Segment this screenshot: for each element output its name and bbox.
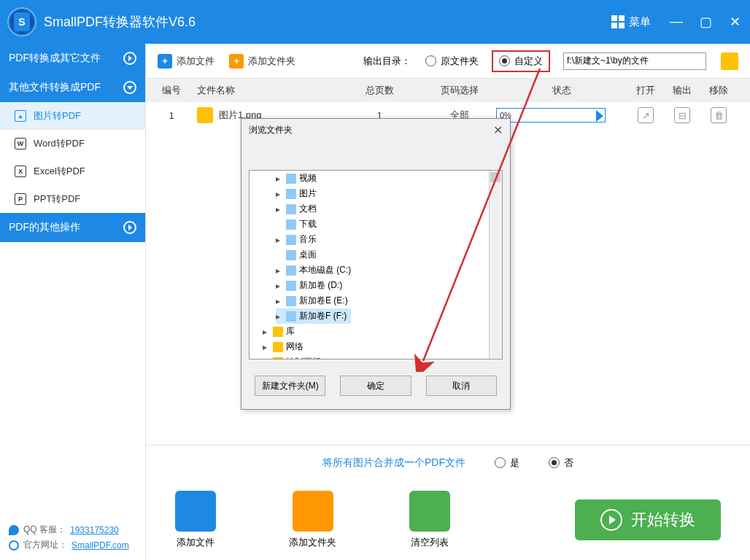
- close-button[interactable]: ✕: [727, 14, 743, 30]
- start-convert-button[interactable]: 开始转换: [575, 499, 721, 540]
- tree-item[interactable]: ▸新加卷 (D:): [276, 278, 351, 293]
- tree-item[interactable]: ▸新加卷F (F:): [276, 308, 351, 324]
- radio-custom[interactable]: 自定义: [492, 50, 550, 72]
- tree-item[interactable]: 桌面: [276, 247, 351, 262]
- scrollbar[interactable]: [489, 171, 502, 359]
- minimize-button[interactable]: ―: [668, 14, 684, 30]
- titlebar: S SmallPDF转换器软件V6.6 菜单 ― ▢ ✕: [0, 0, 750, 44]
- tree-item[interactable]: ▸控制面板: [263, 354, 502, 359]
- radio-icon: [425, 55, 436, 66]
- tree-item[interactable]: ▸音乐: [276, 232, 351, 247]
- play-icon: [596, 110, 603, 122]
- browse-folder-dialog: 浏览文件夹✕ ▸视频▸图片▸文档下载▸音乐桌面▸本地磁盘 (C:)▸新加卷 (D…: [241, 118, 511, 410]
- toolbar: +添加文件 +添加文件夹 输出目录： 原文件夹 自定义: [146, 44, 750, 79]
- add-folder-action[interactable]: 添加文件夹: [289, 491, 336, 549]
- item-label: PPT转PDF: [34, 192, 80, 206]
- add-file-button[interactable]: +添加文件: [158, 54, 214, 69]
- item-label: Excel转PDF: [34, 165, 85, 178]
- merge-bar: 将所有图片合并成一个PDF文件 是 否: [146, 445, 750, 480]
- menu-label: 菜单: [629, 15, 651, 29]
- section-label: PDF的其他操作: [9, 221, 80, 234]
- merge-text: 将所有图片合并成一个PDF文件: [322, 456, 465, 470]
- cancel-button[interactable]: 取消: [426, 376, 497, 396]
- maximize-button[interactable]: ▢: [697, 14, 714, 30]
- app-title: SmallPDF转换器软件V6.6: [44, 13, 611, 31]
- radio-icon: [499, 55, 510, 66]
- radio-icon: [549, 457, 560, 468]
- tree-item[interactable]: ▸本地磁盘 (C:): [276, 262, 351, 278]
- radio-src-folder[interactable]: 原文件夹: [425, 55, 479, 68]
- play-circle-icon: [600, 509, 622, 531]
- app-logo: S: [7, 7, 36, 36]
- plus-icon: +: [158, 54, 172, 69]
- tree-item[interactable]: ▸网络: [263, 339, 502, 354]
- chevron-down-icon: [123, 81, 136, 94]
- merge-no[interactable]: 否: [549, 456, 573, 470]
- plus-icon: +: [229, 54, 244, 69]
- section-other-to-pdf[interactable]: 其他文件转换成PDF: [0, 73, 145, 102]
- tree-item[interactable]: 下载: [276, 217, 351, 232]
- section-label: 其他文件转换成PDF: [9, 81, 101, 94]
- qq-icon: [9, 525, 19, 535]
- menu-grid-icon: [611, 15, 625, 28]
- new-folder-button[interactable]: 新建文件夹(M): [255, 376, 325, 396]
- merge-yes[interactable]: 是: [495, 456, 519, 470]
- menu-button[interactable]: 菜单: [611, 15, 651, 29]
- sidebar-footer: QQ 客服：1933175230 官方网址：SmallPDF.com: [0, 512, 145, 560]
- add-folder-button[interactable]: +添加文件夹: [229, 54, 295, 69]
- tree-item[interactable]: ▸库: [263, 324, 502, 339]
- browse-folder-button[interactable]: [721, 52, 738, 70]
- output-button[interactable]: ⊟: [674, 107, 690, 123]
- chevron-right-icon: [123, 221, 136, 234]
- output-path-input[interactable]: [563, 52, 706, 70]
- folder-icon: [293, 491, 333, 532]
- progress-bar[interactable]: 0%: [496, 108, 606, 122]
- section-pdf-other-ops[interactable]: PDF的其他操作: [0, 213, 145, 242]
- globe-icon: [9, 540, 19, 551]
- image-file-icon: [197, 107, 213, 123]
- site-link[interactable]: SmallPDF.com: [71, 540, 129, 551]
- tree-item[interactable]: ▸文档: [276, 201, 351, 217]
- section-pdf-to-other[interactable]: PDF转换成其它文件: [0, 44, 145, 73]
- qq-link[interactable]: 1933175230: [70, 525, 119, 535]
- tree-item[interactable]: ▸视频: [276, 171, 351, 186]
- sidebar-item-word-to-pdf[interactable]: Word转PDF: [0, 130, 145, 158]
- sidebar-item-ppt-to-pdf[interactable]: PPT转PDF: [0, 185, 145, 213]
- clear-list-action[interactable]: 清空列表: [409, 491, 450, 549]
- item-label: 图片转PDF: [34, 109, 81, 122]
- chevron-right-icon: [123, 52, 136, 65]
- ppt-icon: [15, 193, 26, 205]
- dialog-close-button[interactable]: ✕: [493, 123, 503, 137]
- file-icon: [175, 491, 216, 532]
- ok-button[interactable]: 确定: [340, 376, 411, 396]
- open-button[interactable]: ↗: [638, 107, 654, 123]
- output-dir-label: 输出目录：: [363, 55, 411, 68]
- broom-icon: [409, 491, 450, 532]
- image-icon: [15, 110, 26, 122]
- add-file-action[interactable]: 添加文件: [175, 491, 216, 549]
- tree-item[interactable]: ▸新加卷E (E:): [276, 293, 351, 308]
- section-label: PDF转换成其它文件: [9, 52, 101, 65]
- item-label: Word转PDF: [34, 137, 85, 150]
- dialog-title: 浏览文件夹: [249, 124, 293, 136]
- delete-button[interactable]: 🗑: [711, 107, 727, 123]
- sidebar: PDF转换成其它文件 其他文件转换成PDF 图片转PDF Word转PDF Ex…: [0, 44, 146, 560]
- radio-icon: [495, 457, 506, 468]
- excel-icon: [15, 166, 26, 177]
- table-header: 编号 文件名称 总页数 页码选择 状态 打开 输出 移除: [146, 79, 750, 102]
- word-icon: [15, 138, 26, 149]
- sidebar-item-image-to-pdf[interactable]: 图片转PDF: [0, 102, 145, 130]
- sidebar-item-excel-to-pdf[interactable]: Excel转PDF: [0, 158, 145, 185]
- tree-item[interactable]: ▸图片: [276, 186, 351, 201]
- folder-tree[interactable]: ▸视频▸图片▸文档下载▸音乐桌面▸本地磁盘 (C:)▸新加卷 (D:)▸新加卷E…: [249, 170, 503, 359]
